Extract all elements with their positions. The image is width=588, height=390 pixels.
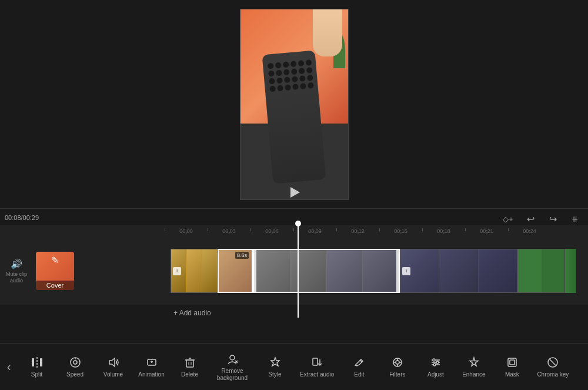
fullscreen-button[interactable]: ⧺ (567, 211, 583, 227)
tool-delete[interactable]: Delete (171, 351, 209, 383)
svg-rect-1 (40, 358, 42, 366)
volume-tool-icon (107, 356, 120, 369)
adjust-icon (429, 356, 442, 369)
svg-rect-0 (32, 358, 34, 366)
tool-filters[interactable]: Filters (378, 351, 416, 383)
ruler-dot (272, 232, 273, 234)
speed-label: Speed (66, 371, 83, 378)
clip-laptop-inner (400, 249, 517, 292)
keyboard-graphic (262, 50, 326, 184)
svg-point-29 (436, 361, 439, 364)
left-panel: 🔊 Mute clipaudio ✎ Cover (0, 237, 171, 305)
mute-clip-button[interactable]: 🔊 Mute clipaudio (6, 258, 27, 284)
key (268, 63, 274, 69)
enhance-label: Enhance (462, 371, 485, 378)
keyboard-keys (268, 59, 313, 92)
remove-bg-icon (226, 352, 239, 365)
clip-cat[interactable]: I (171, 249, 218, 293)
timeline-content: 🔊 Mute clipaudio ✎ Cover I (0, 237, 588, 305)
clip-laptop[interactable]: I (400, 249, 517, 293)
tool-animation[interactable]: Animation (132, 351, 171, 383)
redo-button[interactable]: ↪ (544, 211, 561, 227)
tool-extract-audio[interactable]: Extract audio (294, 351, 340, 383)
tool-enhance[interactable]: Enhance (455, 351, 493, 383)
key (299, 68, 305, 74)
cover-label: Cover (36, 281, 74, 290)
delete-label: Delete (181, 371, 198, 378)
ruler-dot (358, 232, 359, 234)
ruler-mark-3: 00:09 (293, 228, 336, 234)
clip-keyboard-main[interactable] (253, 249, 400, 293)
add-keyframe-button[interactable]: ◇+ (500, 211, 516, 227)
undo-button[interactable]: ↩ (522, 211, 539, 227)
key (300, 83, 306, 89)
ruler-mark-5: 00:15 (379, 228, 422, 234)
filters-icon (391, 356, 404, 369)
mask-icon (506, 356, 519, 369)
tool-speed[interactable]: Speed (56, 351, 94, 383)
redo-icon: ↪ (549, 214, 557, 225)
bottom-toolbar: ‹ Split Speed Volume Animation (0, 343, 588, 390)
tool-style[interactable]: Style (256, 351, 294, 383)
tool-chroma-key[interactable]: Chroma key (531, 351, 574, 383)
clip-hands[interactable]: 8.6s (218, 249, 253, 293)
clip-green-screen[interactable] (517, 249, 564, 293)
ruler-mark-7: 00:21 (465, 228, 508, 234)
delete-icon (183, 356, 196, 369)
clip-right-handle[interactable] (396, 250, 399, 292)
svg-point-30 (433, 364, 436, 366)
add-audio-label: + Add audio (173, 309, 211, 317)
svg-rect-16 (313, 358, 318, 365)
key (269, 86, 276, 92)
tool-edit[interactable]: Edit (340, 351, 378, 383)
add-audio-button[interactable]: + Add audio (173, 309, 211, 317)
key (268, 71, 275, 77)
key (269, 78, 275, 85)
cover-thumbnail[interactable]: ✎ Cover (36, 252, 74, 290)
hand-graphic (313, 9, 342, 56)
key (290, 61, 297, 67)
adjust-label: Adjust (427, 371, 444, 378)
key (276, 70, 282, 76)
svg-point-20 (396, 361, 399, 364)
ruler-mark-0: 00:00 (165, 228, 208, 234)
play-button[interactable] (283, 182, 305, 203)
tool-mask[interactable]: Mask (493, 351, 531, 383)
tool-volume[interactable]: Volume (94, 351, 132, 383)
ruler-mark-6: 00:18 (422, 228, 465, 234)
remove-bg-label: Remove background (215, 368, 250, 382)
ruler-dot (186, 232, 187, 234)
key (283, 69, 290, 75)
ruler-dot (315, 232, 316, 234)
ruler-dot (229, 232, 230, 234)
tool-remove-bg[interactable]: Remove background (209, 348, 256, 386)
key (298, 60, 305, 66)
speed-icon (69, 356, 82, 369)
playhead[interactable] (298, 221, 299, 318)
animation-icon (145, 356, 158, 369)
key (299, 75, 306, 82)
undo-icon: ↩ (527, 214, 534, 225)
fullscreen-icon: ⧺ (572, 214, 579, 224)
clip-duration: 8.6s (235, 252, 249, 259)
svg-point-13 (230, 355, 235, 360)
key (306, 67, 313, 74)
key (292, 76, 298, 82)
clips-strip: I 8.6s (171, 249, 588, 293)
video-preview (240, 9, 349, 200)
clip-green-inner (518, 249, 564, 292)
keyframe-icon: ◇+ (503, 215, 513, 224)
clip-left-handle[interactable] (254, 250, 256, 292)
svg-line-34 (549, 359, 556, 366)
tool-adjust[interactable]: Adjust (416, 351, 455, 383)
clip-keyboard-inner (254, 250, 399, 292)
svg-marker-6 (109, 358, 115, 366)
svg-rect-31 (508, 358, 516, 366)
back-button[interactable]: ‹ (0, 344, 18, 391)
key (307, 75, 313, 81)
top-right-controls: ◇+ ↩ ↪ ⧺ (500, 211, 583, 227)
tool-split[interactable]: Split (18, 351, 56, 383)
svg-rect-32 (510, 360, 514, 365)
style-icon (269, 356, 282, 369)
extract-audio-icon (310, 356, 323, 369)
